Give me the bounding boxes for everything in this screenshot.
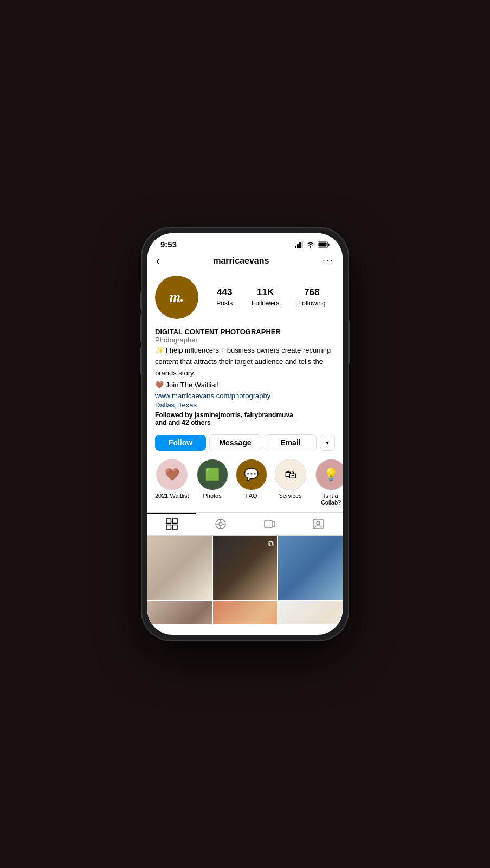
photo-grid: ⧉ bbox=[147, 536, 343, 624]
grid-photo-6 bbox=[278, 601, 343, 624]
profile-username: marricaevans bbox=[213, 256, 269, 266]
profile-header-section: m. 443 Posts 11K Followers 768 bbox=[147, 270, 343, 328]
highlight-collab[interactable]: 💡 Is it a Collab? bbox=[314, 459, 343, 506]
bio-section: DIGITAL CONTENT PHOTOGRAPHER Photographe… bbox=[147, 328, 343, 431]
battery-icon bbox=[318, 241, 330, 248]
message-button[interactable]: Message bbox=[209, 434, 261, 451]
reels-icon bbox=[215, 518, 227, 530]
grid-icon bbox=[166, 518, 178, 530]
bio-location[interactable]: Dallas, Texas bbox=[155, 401, 197, 409]
followers-label: Followers bbox=[252, 299, 279, 307]
tab-grid[interactable] bbox=[147, 513, 196, 535]
side-button-vol-down bbox=[140, 347, 142, 374]
svg-rect-17 bbox=[265, 520, 272, 528]
phone-frame: 9:53 bbox=[142, 228, 348, 640]
tab-reels[interactable] bbox=[196, 513, 245, 535]
follow-button[interactable]: Follow bbox=[155, 435, 206, 451]
stat-following[interactable]: 768 Following bbox=[298, 287, 326, 308]
bio-category: Photographer bbox=[155, 336, 335, 344]
side-button-power bbox=[348, 320, 350, 363]
svg-rect-0 bbox=[295, 246, 296, 248]
grid-item-3[interactable] bbox=[278, 536, 343, 601]
highlight-circle-photos: 🟩 bbox=[197, 459, 228, 490]
tab-tagged[interactable] bbox=[294, 513, 343, 535]
tab-igtv[interactable] bbox=[245, 513, 294, 535]
signal-icon bbox=[295, 241, 304, 248]
grid-item-5[interactable] bbox=[213, 601, 278, 624]
svg-rect-1 bbox=[297, 244, 299, 248]
status-bar: 9:53 bbox=[147, 233, 343, 251]
highlight-label-photos: Photos bbox=[203, 493, 221, 499]
more-options-button[interactable]: ··· bbox=[323, 255, 334, 266]
status-icons bbox=[295, 241, 330, 248]
bio-waitlist: 🤎 Join The Waitlist! bbox=[155, 380, 335, 390]
svg-rect-6 bbox=[328, 243, 330, 246]
posts-count: 443 bbox=[216, 287, 233, 298]
svg-point-12 bbox=[219, 522, 222, 526]
avatar-initials: m. bbox=[170, 289, 184, 305]
bio-followed-by: Followed by jasminejmorris, fairybrandmu… bbox=[155, 411, 335, 426]
grid-item-1[interactable] bbox=[147, 536, 212, 601]
top-navigation: ‹ marricaevans ··· bbox=[147, 251, 343, 270]
tagged-icon bbox=[312, 518, 324, 530]
scrollable-content[interactable]: ‹ marricaevans ··· m. 443 Posts bbox=[147, 251, 343, 624]
bio-name: DIGITAL CONTENT PHOTOGRAPHER bbox=[155, 328, 335, 336]
phone-screen: 9:53 bbox=[147, 233, 343, 635]
grid-item-6[interactable] bbox=[278, 601, 343, 624]
grid-photo-5 bbox=[213, 601, 278, 624]
highlight-label-services: Services bbox=[279, 493, 301, 499]
grid-photo-1 bbox=[147, 536, 212, 601]
highlight-waitlist[interactable]: 🤎 2021 Waitlist bbox=[155, 459, 189, 506]
avatar[interactable]: m. bbox=[155, 276, 198, 319]
svg-rect-10 bbox=[173, 525, 178, 529]
svg-rect-5 bbox=[319, 242, 327, 246]
posts-label: Posts bbox=[216, 299, 233, 307]
svg-rect-7 bbox=[166, 519, 171, 524]
highlight-faq[interactable]: 💬 FAQ bbox=[236, 459, 267, 506]
highlight-label-collab: Is it a Collab? bbox=[314, 493, 343, 506]
grid-item-4[interactable] bbox=[147, 601, 212, 624]
grid-item-2[interactable]: ⧉ bbox=[213, 536, 278, 601]
highlight-circle-services: 🛍 bbox=[275, 459, 306, 490]
svg-rect-2 bbox=[299, 242, 301, 248]
tab-bar bbox=[147, 512, 343, 536]
side-button-vol-up bbox=[140, 315, 142, 342]
followers-count: 11K bbox=[252, 287, 279, 298]
email-button[interactable]: Email bbox=[265, 434, 317, 451]
action-buttons: Follow Message Email ▾ bbox=[147, 431, 343, 457]
bio-link[interactable]: www.marricaevans.com/photography bbox=[155, 392, 335, 400]
bio-text-line3: brands story. bbox=[155, 368, 335, 378]
svg-rect-3 bbox=[301, 241, 303, 248]
highlight-photos[interactable]: 🟩 Photos bbox=[197, 459, 228, 506]
igtv-icon bbox=[263, 518, 275, 530]
side-button-mute bbox=[140, 293, 142, 309]
bio-text-line1: ✨ I help influencers + business owners c… bbox=[155, 346, 335, 355]
highlight-circle-collab: 💡 bbox=[315, 459, 343, 490]
wifi-icon bbox=[306, 241, 315, 248]
multiple-badge-2: ⧉ bbox=[268, 539, 274, 548]
status-time: 9:53 bbox=[160, 240, 177, 249]
highlight-label-faq: FAQ bbox=[246, 493, 257, 499]
grid-photo-4 bbox=[147, 601, 212, 624]
highlight-label-waitlist: 2021 Waitlist bbox=[155, 493, 189, 499]
following-count: 768 bbox=[298, 287, 326, 298]
highlights-section: 🤎 2021 Waitlist 🟩 Photos 💬 FAQ bbox=[147, 457, 343, 512]
stat-posts: 443 Posts bbox=[216, 287, 233, 308]
bio-text-line2: content that attracts their target audie… bbox=[155, 357, 335, 367]
highlight-circle-waitlist: 🤎 bbox=[156, 459, 188, 490]
stats-row: 443 Posts 11K Followers 768 Following bbox=[207, 287, 335, 308]
highlight-circle-faq: 💬 bbox=[236, 459, 267, 490]
svg-point-19 bbox=[317, 521, 320, 525]
profile-header: m. 443 Posts 11K Followers 768 bbox=[155, 276, 335, 319]
back-button[interactable]: ‹ bbox=[156, 254, 160, 267]
grid-photo-3 bbox=[278, 536, 343, 601]
svg-rect-9 bbox=[166, 525, 171, 529]
stat-followers[interactable]: 11K Followers bbox=[252, 287, 279, 308]
dropdown-button[interactable]: ▾ bbox=[320, 435, 335, 451]
svg-rect-8 bbox=[173, 519, 178, 524]
grid-photo-2 bbox=[213, 536, 278, 601]
highlight-services[interactable]: 🛍 Services bbox=[275, 459, 306, 506]
following-label: Following bbox=[298, 299, 326, 307]
